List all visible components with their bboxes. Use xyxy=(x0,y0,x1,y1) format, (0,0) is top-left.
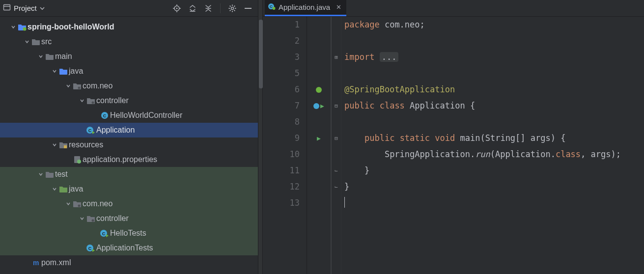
icon-gutter: ▶ ▶ xyxy=(307,17,332,274)
tree-label: application.properties xyxy=(83,155,157,164)
expand-arrow-icon[interactable] xyxy=(51,69,58,74)
svg-point-3 xyxy=(176,7,178,9)
locate-icon[interactable] xyxy=(172,3,182,13)
svg-text:C: C xyxy=(102,231,106,236)
tree-node[interactable]: mpom.xml xyxy=(0,255,258,270)
folder-blue-icon xyxy=(58,67,69,75)
code-area: 1 2 3 5 6 7 8 9 10 11 12 13 xyxy=(263,17,644,274)
collapse-all-icon[interactable] xyxy=(203,3,213,13)
svg-line-16 xyxy=(234,5,235,6)
class-icon: C xyxy=(99,111,110,119)
tree-node[interactable]: controller xyxy=(0,211,258,226)
project-title[interactable]: Project xyxy=(14,4,37,12)
svg-point-19 xyxy=(78,87,81,89)
svg-line-15 xyxy=(230,10,231,11)
spring-bean-icon[interactable] xyxy=(316,87,322,93)
class-icon[interactable] xyxy=(313,103,319,109)
class-run-icon: C xyxy=(85,244,96,252)
svg-point-27 xyxy=(77,160,81,164)
tree-label: java xyxy=(69,185,83,193)
tree-label: main xyxy=(55,52,72,61)
tree-node[interactable]: java xyxy=(0,182,258,196)
tree-node[interactable]: controller xyxy=(0,93,258,108)
tree-node[interactable]: src xyxy=(0,34,258,49)
resources-icon xyxy=(58,141,69,149)
folder-green-icon xyxy=(58,185,69,193)
svg-point-37 xyxy=(273,7,276,10)
svg-text:C: C xyxy=(88,246,92,251)
gear-icon[interactable] xyxy=(227,3,237,13)
tree-node[interactable]: test xyxy=(0,167,258,182)
package-icon xyxy=(85,97,96,105)
expand-arrow-icon[interactable] xyxy=(65,83,72,88)
svg-point-8 xyxy=(231,7,234,9)
toolbar-divider xyxy=(220,3,221,13)
project-tree[interactable]: spring-boot-helloWorldsrcmainjavacom.neo… xyxy=(0,17,258,274)
code-editor[interactable]: package com.neo; import ... @SpringBootA… xyxy=(341,17,644,274)
editor-area: C Application.java ✕ 1 2 3 5 6 7 8 9 10 … xyxy=(263,0,644,274)
expand-arrow-icon[interactable] xyxy=(24,39,30,44)
expand-arrow-icon[interactable] xyxy=(10,25,17,29)
chevron-down-icon[interactable] xyxy=(40,4,45,12)
tree-node[interactable]: spring-boot-helloWorld xyxy=(0,20,258,34)
project-scrollbar[interactable] xyxy=(258,0,263,274)
close-icon[interactable]: ✕ xyxy=(336,3,341,11)
svg-text:C: C xyxy=(88,128,92,133)
tree-label: src xyxy=(41,37,52,46)
fold-gutter: ⊞ ⊟ ⊟ ⌙ ⌙ xyxy=(332,17,341,274)
fold-toggle[interactable]: ⊟ xyxy=(332,98,341,114)
hide-icon[interactable] xyxy=(243,3,253,13)
run-icon[interactable]: ▶ xyxy=(317,130,321,146)
maven-icon: m xyxy=(30,259,41,267)
tree-node[interactable]: CHelloTests xyxy=(0,226,258,241)
tree-label: resources xyxy=(69,140,103,149)
fold-end: ⌙ xyxy=(332,163,341,179)
package-icon xyxy=(72,82,83,90)
project-icon xyxy=(3,3,11,13)
expand-arrow-icon[interactable] xyxy=(37,54,44,59)
expand-arrow-icon[interactable] xyxy=(37,172,44,177)
tree-node[interactable]: com.neo xyxy=(0,196,258,211)
tree-node[interactable]: CHelloWorldController xyxy=(0,108,258,123)
expand-arrow-icon[interactable] xyxy=(51,187,58,192)
svg-rect-25 xyxy=(64,145,67,148)
tree-label: com.neo xyxy=(83,199,112,208)
tree-node[interactable]: CApplicationTests xyxy=(0,241,258,255)
fold-toggle[interactable]: ⊟ xyxy=(332,130,341,146)
tree-node[interactable]: com.neo xyxy=(0,79,258,93)
expand-arrow-icon[interactable] xyxy=(51,142,58,147)
fold-toggle[interactable]: ⊞ xyxy=(332,49,341,65)
expand-arrow-icon[interactable] xyxy=(79,216,85,221)
tree-node[interactable]: main xyxy=(0,49,258,64)
tree-label: controller xyxy=(96,214,129,223)
svg-point-18 xyxy=(23,27,27,31)
tree-label: controller xyxy=(96,96,129,105)
tab-label: Application.java xyxy=(279,3,330,11)
tree-node[interactable]: CApplication xyxy=(0,123,258,137)
tree-node[interactable]: application.properties xyxy=(0,152,258,167)
tree-label: spring-boot-helloWorld xyxy=(28,23,114,31)
folder-open-icon xyxy=(17,23,28,31)
run-icon[interactable]: ▶ xyxy=(320,98,324,114)
folder-icon xyxy=(30,38,41,46)
tree-label: HelloTests xyxy=(110,229,146,238)
tree-node[interactable]: resources xyxy=(0,137,258,152)
class-run-icon: C xyxy=(268,2,276,12)
tree-label: java xyxy=(69,67,83,76)
tree-node[interactable]: java xyxy=(0,64,258,79)
tree-label: HelloWorldController xyxy=(110,111,182,120)
editor-tabstrip: C Application.java ✕ xyxy=(263,0,644,17)
expand-all-icon[interactable] xyxy=(188,3,197,13)
folder-icon xyxy=(44,53,55,60)
tree-label: pom.xml xyxy=(41,258,71,267)
expand-arrow-icon[interactable] xyxy=(79,98,85,103)
tree-label: test xyxy=(55,170,68,179)
project-header: Project xyxy=(0,0,258,17)
tree-label: Application xyxy=(96,126,135,135)
svg-rect-0 xyxy=(4,5,10,10)
expand-arrow-icon[interactable] xyxy=(65,201,72,206)
package-icon xyxy=(72,200,83,208)
project-tool-window: Project xyxy=(0,0,258,274)
line-gutter: 1 2 3 5 6 7 8 9 10 11 12 13 xyxy=(263,17,307,274)
tab-application[interactable]: C Application.java ✕ xyxy=(265,0,346,16)
